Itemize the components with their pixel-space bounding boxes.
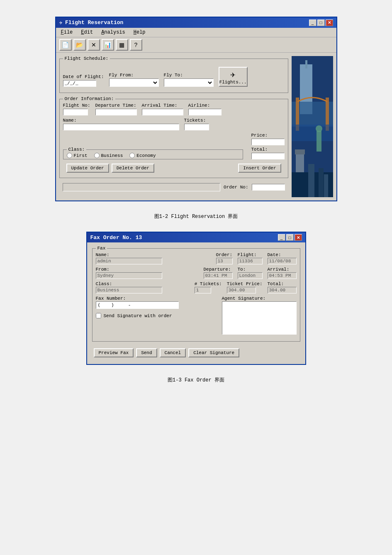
send-button[interactable]: Send (136, 348, 157, 357)
fax-flight-input[interactable] (238, 258, 263, 264)
departure-input[interactable] (95, 109, 137, 115)
delete-order-button[interactable]: Delete Order (112, 164, 154, 173)
minimize-button[interactable]: _ (309, 20, 317, 26)
send-signature-checkbox[interactable] (96, 313, 101, 318)
fax-class-input[interactable] (96, 287, 162, 293)
fax-ticket-price-label: Ticket Price: (227, 281, 263, 286)
date-input[interactable] (63, 80, 96, 87)
menu-file[interactable]: File (59, 29, 75, 36)
fax-to-group: To: (238, 267, 263, 279)
airline-input[interactable] (188, 109, 222, 115)
fax-order-caption: 图1-3 Fax Order 界面 (168, 377, 224, 384)
toolbar-new[interactable]: 📄 (59, 39, 72, 51)
order-row1: Flight No: Departure Time: Arrival Time: (63, 103, 285, 115)
fax-to-input[interactable] (238, 272, 263, 279)
radio-business[interactable] (94, 153, 100, 158)
app-icon: ✈ (59, 19, 63, 26)
menu-analysis[interactable]: Analysis (100, 29, 127, 36)
fax-tickets-input[interactable] (195, 287, 211, 293)
radio-economy-label[interactable]: Economy (129, 153, 156, 158)
svg-rect-7 (317, 131, 321, 152)
fax-from-input[interactable] (96, 272, 162, 279)
agent-signature-label: Agent Signature: (222, 296, 297, 301)
fax-name-label: Name: (96, 252, 211, 257)
flight-no-input[interactable] (63, 109, 88, 115)
toolbar-chart[interactable]: 📊 (102, 39, 114, 51)
update-order-button[interactable]: Update Order (66, 164, 109, 173)
fax-area-code[interactable] (101, 303, 110, 308)
toolbar-table[interactable]: ▦ (116, 39, 128, 51)
toolbar-open[interactable]: 📂 (73, 39, 86, 51)
status-area: Order No: (59, 181, 288, 193)
radio-first[interactable] (67, 153, 72, 158)
fax-total-group: Total: (268, 281, 297, 293)
radio-economy[interactable] (129, 153, 135, 158)
fax-total-label: Total: (268, 281, 297, 286)
svg-point-8 (316, 125, 322, 132)
photo-collage (292, 56, 333, 197)
total-input[interactable] (251, 153, 285, 159)
page-wrapper: ✈ Flight Reservation _ □ ✕ File Edit Ana… (10, 17, 383, 385)
price-label: Price: (251, 133, 285, 138)
fax-number-input-field[interactable]: ( ) - (96, 301, 179, 309)
fax-departure-group: Departure: (204, 267, 233, 279)
preview-fax-button[interactable]: Preview Fax (94, 348, 134, 357)
fax-window-title: Fax Order No. 13 (90, 235, 142, 241)
fax-to-label: To: (238, 267, 263, 272)
agent-signature-group: Agent Signature: (222, 296, 297, 335)
tickets-input[interactable] (184, 124, 209, 130)
fax-date-input[interactable] (268, 258, 297, 264)
name-input[interactable] (63, 124, 179, 130)
fax-number-label: Fax Number: (96, 296, 212, 301)
fax-departure-input[interactable] (204, 272, 233, 279)
maximize-button[interactable]: □ (317, 20, 325, 26)
flight-no-group: Flight No: (63, 103, 90, 115)
radio-first-label[interactable]: First (67, 153, 88, 158)
name-group: Name: (63, 118, 179, 130)
order-no-input[interactable] (252, 184, 285, 191)
fax-order-input[interactable] (216, 258, 233, 264)
fax-maximize-button[interactable]: □ (286, 234, 294, 241)
signature-box[interactable] (222, 301, 297, 335)
clear-signature-button[interactable]: Clear Signature (188, 348, 239, 357)
fly-from-select[interactable] (109, 78, 159, 87)
toolbar-help[interactable]: ? (130, 39, 142, 51)
tickets-group: Tickets: (184, 118, 209, 130)
fax-close-button[interactable]: ✕ (295, 234, 302, 241)
status-bar (63, 183, 221, 191)
fax-name-input[interactable] (96, 258, 162, 264)
insert-order-button[interactable]: Insert Order (238, 164, 281, 173)
close-button[interactable]: ✕ (326, 20, 333, 26)
arrival-input[interactable] (142, 109, 183, 115)
toolbar-delete[interactable]: ✕ (88, 39, 100, 51)
fax-minimize-button[interactable]: _ (278, 234, 285, 241)
fax-fieldset: Fax Name: Order: Flight: (92, 246, 300, 342)
date-label: Date of Flight: (63, 74, 104, 79)
order-info-legend: Order Information: (63, 96, 116, 101)
arrival-group: Arrival Time: (142, 103, 183, 115)
flight-no-label: Flight No: (63, 103, 90, 108)
flight-schedule-fieldset: Flight Schedule: Date of Flight: Fly Fro… (59, 56, 288, 93)
fax-class-group: Class: (96, 281, 190, 293)
fax-prefix[interactable] (115, 303, 127, 308)
title-bar: ✈ Flight Reservation _ □ ✕ (56, 17, 336, 28)
name-label: Name: (63, 118, 179, 123)
fax-name-group: Name: (96, 252, 211, 264)
radio-business-label[interactable]: Business (94, 153, 123, 158)
fax-title-bar-buttons: _ □ ✕ (278, 234, 302, 241)
fax-total-input[interactable] (268, 287, 297, 293)
menu-help[interactable]: Help (132, 29, 147, 36)
cancel-button[interactable]: Cancel (160, 348, 186, 357)
fly-to-group: Fly To: (164, 73, 214, 87)
price-input[interactable] (251, 139, 285, 145)
fax-ticket-price-input[interactable] (227, 287, 256, 293)
window-content: Flight Schedule: Date of Flight: Fly Fro… (56, 53, 336, 200)
menu-edit[interactable]: Edit (79, 29, 95, 36)
fax-title-bar-left: Fax Order No. 13 (90, 235, 142, 241)
fax-arrival-input[interactable] (268, 272, 297, 279)
flights-button[interactable]: ✈ Flights... (219, 67, 248, 87)
fly-to-select[interactable] (164, 78, 214, 87)
fax-ticket-price-group: Ticket Price: (227, 281, 263, 293)
fax-title-bar: Fax Order No. 13 _ □ ✕ (87, 232, 305, 242)
fax-number-suffix[interactable] (131, 303, 152, 308)
